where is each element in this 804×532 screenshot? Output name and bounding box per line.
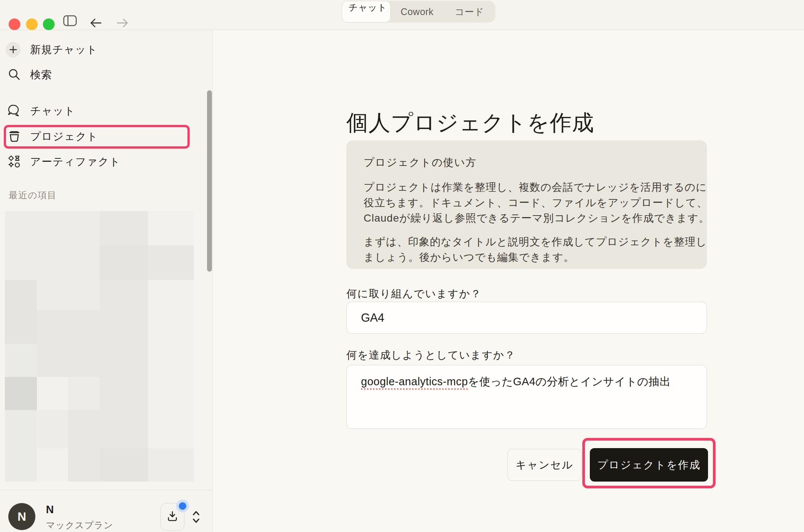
mosaic-cell bbox=[37, 280, 68, 310]
mosaic-cell bbox=[5, 344, 37, 377]
cancel-button[interactable]: キャンセル bbox=[507, 449, 582, 481]
sidebar-scrollbar-thumb[interactable] bbox=[207, 90, 212, 272]
mosaic-cell bbox=[37, 410, 68, 449]
mosaic-cell bbox=[100, 448, 148, 482]
mosaic-row bbox=[5, 280, 194, 310]
mosaic-row bbox=[5, 344, 194, 377]
project-usage-info-box: プロジェクトの使い方 プロジェクトは作業を整理し、複数の会話でナレッジを活用する… bbox=[346, 140, 707, 269]
mosaic-cell bbox=[37, 310, 68, 344]
info-line: Claudeが繰り返し参照できるテーマ別コレクションを作成できます。 bbox=[364, 210, 690, 226]
sidebar-item-label: 新規チャット bbox=[30, 43, 98, 57]
mosaic-cell bbox=[68, 211, 100, 245]
tab-cowork[interactable]: Cowork bbox=[391, 1, 443, 23]
forward-arrow-icon[interactable] bbox=[116, 17, 129, 29]
tab-chat[interactable]: チャット bbox=[342, 1, 391, 23]
avatar[interactable]: N bbox=[8, 503, 35, 530]
info-box-heading: プロジェクトの使い方 bbox=[364, 155, 690, 170]
mosaic-cell bbox=[148, 410, 194, 449]
sidebar-item-label: プロジェクト bbox=[30, 129, 98, 144]
sidebar-item-projects[interactable]: プロジェクト bbox=[0, 126, 213, 147]
sidebar-item-label: チャット bbox=[30, 104, 76, 118]
info-line: プロジェクトは作業を整理し、複数の会話でナレッジを活用するのに bbox=[364, 179, 690, 195]
mosaic-cell bbox=[148, 310, 194, 344]
mosaic-cell bbox=[5, 448, 37, 482]
sidebar: 新規チャット 検索 チャット プロジェクト bbox=[0, 30, 213, 532]
mode-tab-group: チャット Cowork コード bbox=[342, 1, 495, 23]
mosaic-row bbox=[5, 245, 194, 280]
mosaic-cell bbox=[5, 245, 37, 280]
mosaic-cell bbox=[148, 344, 194, 377]
recent-items-redacted-mosaic bbox=[5, 211, 194, 482]
project-description-label: 何を達成しようとしていますか？ bbox=[346, 348, 516, 362]
mosaic-cell bbox=[100, 280, 148, 310]
artifacts-shapes-icon bbox=[7, 154, 22, 169]
project-name-input[interactable]: GA4 bbox=[346, 302, 707, 334]
project-description-textarea[interactable]: google-analytics-mcpを使ったGA4の分析とインサイトの抽出 bbox=[346, 365, 707, 429]
mosaic-cell bbox=[37, 211, 68, 245]
project-name-label: 何に取り組んでいますか？ bbox=[346, 287, 481, 301]
mosaic-cell bbox=[5, 211, 37, 245]
mosaic-cell bbox=[148, 280, 194, 310]
search-icon bbox=[7, 67, 22, 82]
traffic-light-close-button[interactable] bbox=[9, 18, 20, 30]
mosaic-cell bbox=[100, 377, 148, 410]
mosaic-cell bbox=[148, 245, 194, 280]
project-name-value: GA4 bbox=[361, 311, 384, 325]
projects-box-icon bbox=[7, 129, 22, 144]
sidebar-item-artifacts[interactable]: アーティファクト bbox=[0, 151, 213, 172]
sidebar-item-search[interactable]: 検索 bbox=[0, 64, 213, 85]
traffic-light-zoom-button[interactable] bbox=[43, 18, 55, 30]
mosaic-cell bbox=[68, 377, 100, 410]
info-line: ましょう。後からいつでも編集できます。 bbox=[364, 249, 690, 265]
sidebar-toggle-icon[interactable] bbox=[63, 15, 77, 26]
mosaic-row bbox=[5, 211, 194, 245]
description-misspelled-text: google-analytics-mcp bbox=[361, 375, 468, 388]
mosaic-cell bbox=[100, 310, 148, 344]
mosaic-cell bbox=[37, 448, 68, 482]
tab-code[interactable]: コード bbox=[443, 1, 495, 23]
description-text: を使ったGA4の分析とインサイトの抽出 bbox=[468, 375, 671, 388]
window-titlebar: チャット Cowork コード bbox=[0, 0, 804, 30]
account-divider bbox=[0, 490, 213, 490]
mosaic-cell bbox=[100, 410, 148, 449]
mosaic-cell bbox=[68, 310, 100, 344]
mosaic-cell bbox=[37, 245, 68, 280]
mosaic-cell bbox=[37, 377, 68, 410]
mosaic-cell bbox=[68, 245, 100, 280]
chat-bubble-icon bbox=[7, 103, 22, 119]
mosaic-cell bbox=[68, 344, 100, 377]
mosaic-cell bbox=[37, 344, 68, 377]
info-box-paragraph: まずは、印象的なタイトルと説明文を作成してプロジェクトを整理し ましょう。後から… bbox=[364, 234, 690, 265]
mosaic-cell bbox=[148, 448, 194, 482]
mosaic-row bbox=[5, 410, 194, 449]
sidebar-item-label: アーティファクト bbox=[30, 155, 121, 169]
info-box-paragraph: プロジェクトは作業を整理し、複数の会話でナレッジを活用するのに 役立ちます。ドキ… bbox=[364, 179, 690, 226]
mosaic-cell bbox=[148, 211, 194, 245]
traffic-light-minimize-button[interactable] bbox=[26, 18, 38, 30]
mosaic-cell bbox=[68, 410, 100, 449]
notification-badge-dot bbox=[179, 502, 186, 510]
sidebar-item-chats[interactable]: チャット bbox=[0, 100, 213, 122]
mosaic-cell bbox=[5, 280, 37, 310]
create-project-button[interactable]: プロジェクトを作成 bbox=[590, 448, 708, 482]
mosaic-row bbox=[5, 310, 194, 344]
account-plan-label: マックスプラン bbox=[46, 519, 113, 531]
sidebar-item-label: 検索 bbox=[30, 68, 52, 82]
recents-section-header: 最近の項目 bbox=[9, 189, 57, 201]
back-arrow-icon[interactable] bbox=[90, 17, 102, 29]
download-icon bbox=[166, 510, 178, 524]
mosaic-cell bbox=[100, 344, 148, 377]
mosaic-cell bbox=[5, 310, 37, 344]
page-title: 個人プロジェクトを作成 bbox=[346, 108, 594, 138]
mosaic-cell bbox=[5, 377, 37, 410]
mosaic-cell bbox=[100, 245, 148, 280]
plus-icon bbox=[6, 42, 21, 57]
mosaic-cell bbox=[100, 211, 148, 245]
mosaic-cell bbox=[68, 280, 100, 310]
sidebar-item-new-chat[interactable]: 新規チャット bbox=[0, 39, 213, 60]
account-name: N bbox=[46, 503, 54, 516]
mosaic-cell bbox=[148, 377, 194, 410]
mosaic-cell bbox=[5, 410, 37, 449]
mosaic-cell bbox=[68, 448, 100, 482]
account-expand-chevrons-icon[interactable] bbox=[190, 509, 202, 525]
